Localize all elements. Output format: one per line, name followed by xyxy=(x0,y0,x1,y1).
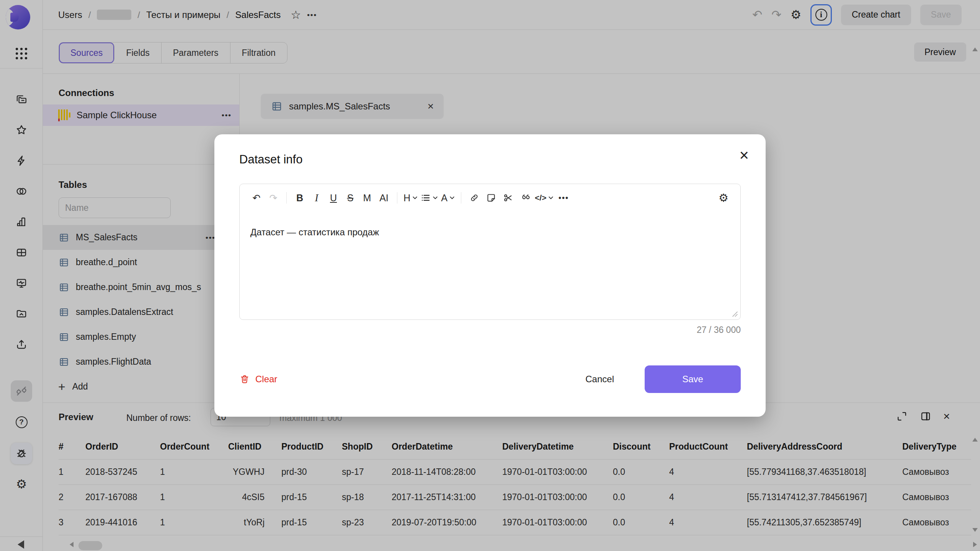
dataset-info-modal: Dataset info × ↶ ↷ B I U S M AI H A xyxy=(214,134,766,417)
more-tools-icon[interactable]: ••• xyxy=(555,189,572,207)
description-editor[interactable]: ↶ ↷ B I U S M AI H A </> ••• ⚙ xyxy=(239,184,741,320)
cancel-button[interactable]: Cancel xyxy=(574,365,626,393)
link-icon[interactable] xyxy=(466,189,483,207)
modal-footer: Clear Cancel Save xyxy=(239,365,741,393)
code-dropdown[interactable]: </> xyxy=(533,189,555,207)
modal-save-button[interactable]: Save xyxy=(645,365,741,393)
chevron-down-icon xyxy=(433,196,438,200)
editor-settings-gear-icon[interactable]: ⚙ xyxy=(715,189,732,207)
note-icon[interactable] xyxy=(483,189,500,207)
heading-dropdown[interactable]: H xyxy=(402,189,419,207)
quote-icon[interactable] xyxy=(516,189,533,207)
resize-handle-icon[interactable] xyxy=(732,311,738,317)
underline-button[interactable]: U xyxy=(325,189,342,207)
modal-title: Dataset info xyxy=(239,153,302,166)
description-text[interactable]: Датасет — статистика продаж xyxy=(240,212,740,238)
editor-redo-icon[interactable]: ↷ xyxy=(265,189,282,207)
clear-button[interactable]: Clear xyxy=(239,374,277,385)
mark-button[interactable]: M xyxy=(359,189,376,207)
close-modal-icon[interactable]: × xyxy=(739,147,749,163)
list-dropdown[interactable] xyxy=(419,189,439,207)
ai-text-button[interactable]: AI xyxy=(376,189,392,207)
bold-button[interactable]: B xyxy=(291,189,308,207)
strikethrough-button[interactable]: S xyxy=(342,189,359,207)
italic-button[interactable]: I xyxy=(308,189,325,207)
cut-scissors-icon[interactable] xyxy=(500,189,516,207)
chevron-down-icon xyxy=(412,196,418,200)
text-color-dropdown[interactable]: A xyxy=(439,189,456,207)
chevron-down-icon xyxy=(449,196,455,200)
editor-toolbar: ↶ ↷ B I U S M AI H A </> ••• ⚙ xyxy=(240,184,740,212)
datalens-dataset-page: ? ⚙ Users / / Тесты и примеры / SalesFac… xyxy=(0,0,980,551)
char-counter: 27 / 36 000 xyxy=(697,325,741,335)
list-icon xyxy=(421,193,431,203)
chevron-down-icon xyxy=(548,196,554,200)
trash-icon xyxy=(239,374,250,385)
editor-undo-icon[interactable]: ↶ xyxy=(248,189,265,207)
